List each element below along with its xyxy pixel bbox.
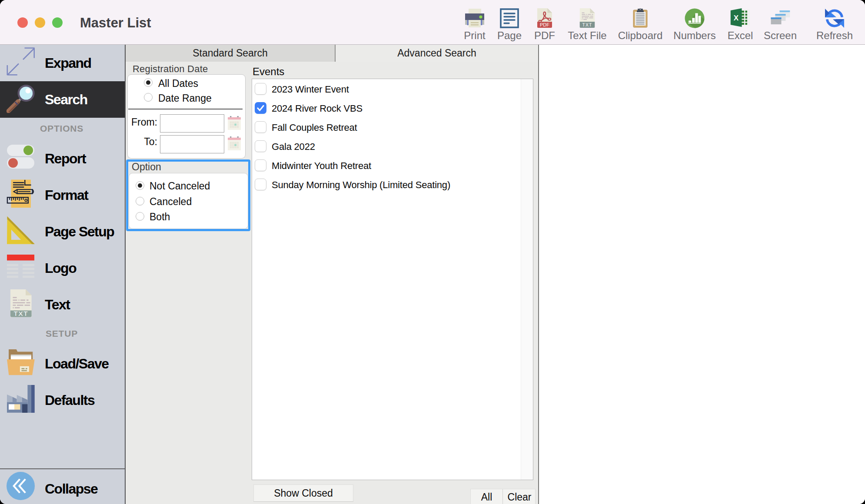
svg-text:PDF: PDF [540,22,549,27]
svg-text:X: X [734,14,739,22]
svg-text:TXT: TXT [13,310,28,317]
svg-text:TXT: TXT [582,22,592,27]
